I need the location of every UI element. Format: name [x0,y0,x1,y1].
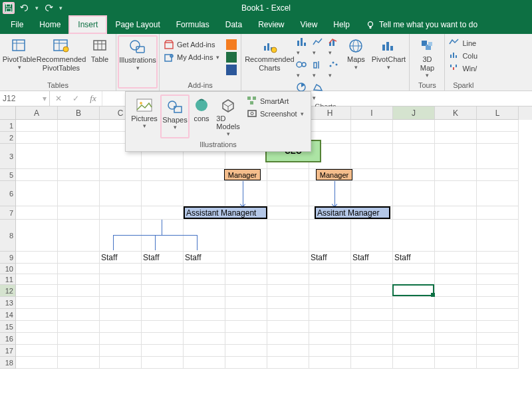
cell-K11[interactable] [435,274,477,285]
cell-J15[interactable] [393,321,435,333]
cell-H10[interactable] [309,264,351,274]
cell-F18[interactable] [225,357,267,369]
cell-F10[interactable] [225,264,267,274]
col-header-A[interactable]: A [16,106,58,120]
icons-button[interactable]: cons [190,95,213,138]
combo-chart-icon[interactable]: ▾ [328,37,340,57]
cell-D10[interactable] [142,264,184,274]
cell-J5[interactable] [393,169,435,181]
cell-A8[interactable] [16,220,58,252]
cell-I11[interactable] [351,274,393,285]
cell-G16[interactable] [267,333,309,345]
redo-icon[interactable] [43,2,55,14]
cell-A16[interactable] [16,333,58,345]
rec-pivottables-button[interactable]: Recommended PivotTables [37,35,85,73]
cell-A9[interactable] [16,252,58,264]
cell-G14[interactable] [267,309,309,321]
cell-B7[interactable] [58,206,100,220]
cell-I12[interactable] [351,285,393,297]
cell-J18[interactable] [393,357,435,369]
cell-B12[interactable] [58,285,100,297]
col-header-B[interactable]: B [58,106,100,120]
cell-H6[interactable] [309,181,351,206]
cell-L3[interactable] [477,144,519,169]
cell-B13[interactable] [58,297,100,309]
cell-F12[interactable] [225,285,267,297]
tab-review[interactable]: Review [250,15,292,34]
cell-I1[interactable] [351,120,393,132]
tab-data[interactable]: Data [217,15,250,34]
cell-C11[interactable] [100,274,142,285]
cell-L17[interactable] [477,345,519,357]
cell-J11[interactable] [393,274,435,285]
cell-B11[interactable] [58,274,100,285]
cell-L2[interactable] [477,132,519,144]
sparkline-winloss-button[interactable]: Win/ [449,63,477,74]
cell-K5[interactable] [435,169,477,181]
cell-C17[interactable] [100,345,142,357]
cell-K17[interactable] [435,345,477,357]
pictures-button[interactable]: Pictures▾ [128,95,160,138]
cell-A5[interactable] [16,169,58,181]
row-header-18[interactable]: 18 [0,357,16,369]
cell-H18[interactable] [309,357,351,369]
cell-D16[interactable] [142,333,184,345]
cell-D13[interactable] [142,297,184,309]
rec-charts-button[interactable]: Recommended Charts [245,35,293,73]
cell-J6[interactable] [393,181,435,206]
cell-E5[interactable] [184,169,225,181]
cell-E16[interactable] [184,333,225,345]
cell-J12[interactable] [393,285,435,297]
cell-K1[interactable] [435,120,477,132]
cell-C10[interactable] [100,264,142,274]
cell-H9[interactable]: Staff [309,252,351,264]
cell-L10[interactable] [477,264,519,274]
cell-A3[interactable] [16,144,58,169]
cell-A7[interactable] [16,206,58,220]
cell-F8[interactable] [225,220,267,252]
cell-I16[interactable] [351,333,393,345]
cell-G10[interactable] [267,264,309,274]
row-header-15[interactable]: 15 [0,321,16,333]
hierarchy-chart-icon[interactable]: ▾ [296,59,308,79]
cell-G12[interactable] [267,285,309,297]
pivottable-button[interactable]: PivotTable ▾ [4,35,35,72]
sparkline-line-button[interactable]: Line [449,38,477,49]
cell-I15[interactable] [351,321,393,333]
cell-I10[interactable] [351,264,393,274]
cell-J2[interactable] [393,132,435,144]
3d-models-button[interactable]: 3D Models▾ [213,95,243,138]
cell-F9[interactable] [225,252,267,264]
cell-E15[interactable] [184,321,225,333]
cell-H1[interactable] [309,120,351,132]
cell-A2[interactable] [16,132,58,144]
undo-dd[interactable]: ▾ [35,5,39,11]
save-icon[interactable] [3,2,15,14]
cell-D17[interactable] [142,345,184,357]
assistant-manager-box-2[interactable]: Assitant Manager [315,206,390,219]
tab-home[interactable]: Home [31,15,68,34]
cell-B15[interactable] [58,321,100,333]
cell-B14[interactable] [58,309,100,321]
row-header-5[interactable]: 5 [0,169,16,181]
cell-D9[interactable]: Staff [142,252,184,264]
cell-D8[interactable] [142,220,184,252]
tab-view[interactable]: View [293,15,326,34]
cell-H13[interactable] [309,297,351,309]
cell-E18[interactable] [184,357,225,369]
cell-H17[interactable] [309,345,351,357]
cell-L15[interactable] [477,321,519,333]
cell-B2[interactable] [58,132,100,144]
cell-L18[interactable] [477,357,519,369]
cell-L13[interactable] [477,297,519,309]
cell-I14[interactable] [351,309,393,321]
bar-chart-icon[interactable]: ▾ [296,37,308,57]
tell-me[interactable]: Tell me what you want to do [358,15,477,34]
cell-K6[interactable] [435,181,477,206]
my-addins-button[interactable]: My Add-ins▾ [164,52,219,63]
cell-F17[interactable] [225,345,267,357]
cancel-icon[interactable]: ✕ [50,94,67,103]
cell-D7[interactable] [142,206,184,220]
cell-G5[interactable] [267,169,309,181]
cell-A12[interactable] [16,285,58,297]
